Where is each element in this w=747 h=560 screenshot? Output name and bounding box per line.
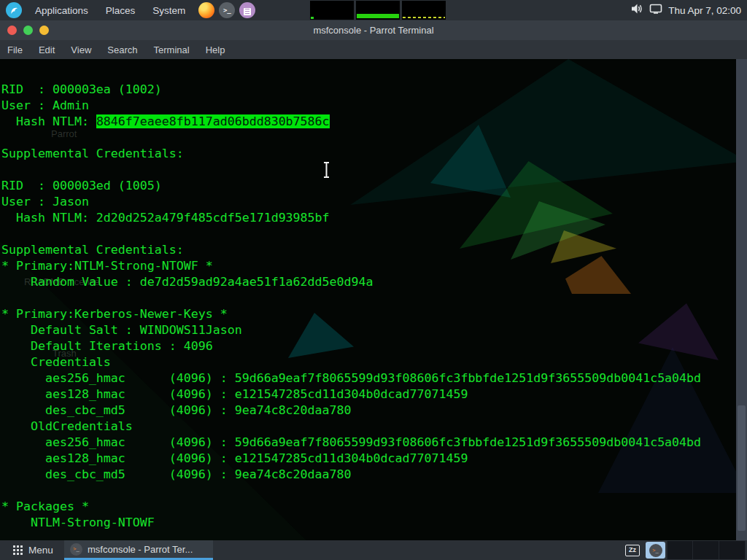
system-tray: Zz >_ <box>625 542 665 559</box>
terminal-line: * Primary:Kerberos-Newer-Keys * <box>1 306 701 322</box>
terminal-line: OldCredentials <box>1 419 701 435</box>
graph-trace <box>357 14 399 18</box>
window-menubar: File Edit View Search Terminal Help <box>0 40 747 59</box>
taskbar: Menu >_ msfconsole - Parrot Ter... Zz >_ <box>0 540 747 560</box>
top-panel: Applications Places System >_ Thu Apr 7,… <box>0 0 747 20</box>
terminal-line: aes128_hmac (4096) : e121547285cd11d304b… <box>1 386 701 402</box>
menu-system[interactable]: System <box>144 0 194 20</box>
terminal-line <box>1 226 701 242</box>
menu-places[interactable]: Places <box>97 0 144 20</box>
menu-file[interactable]: File <box>6 44 24 55</box>
terminal-line: Hash NTLM: 2d20d252a479f485cdf5e171d9398… <box>1 210 701 226</box>
terminal-line <box>1 483 701 499</box>
menu-help[interactable]: Help <box>204 44 227 55</box>
tray-sleep-icon[interactable]: Zz <box>625 545 640 556</box>
parrot-menu-icon[interactable] <box>6 2 22 18</box>
display-icon[interactable] <box>649 3 662 18</box>
terminal-output: RID : 000003ea (1002)User : Admin Hash N… <box>1 82 701 531</box>
terminal-line: aes256_hmac (4096) : 59d66a9eaf7f8065599… <box>1 435 701 451</box>
terminal-line: Default Salt : WINDOWS11Jason <box>1 322 701 338</box>
firefox-icon[interactable] <box>198 2 214 18</box>
menu-edit[interactable]: Edit <box>37 44 56 55</box>
terminal-line: NTLM-Strong-NTOWF <box>1 515 701 531</box>
taskbar-menu-label: Menu <box>28 545 53 556</box>
terminal-line: Default Iterations : 4096 <box>1 338 701 354</box>
terminal-line: Supplemental Credentials: <box>1 146 701 162</box>
workspace-cell[interactable] <box>667 541 693 559</box>
system-monitor-applets[interactable] <box>310 1 446 20</box>
terminal-line: Hash NTLM: 8846f7eaee8fb117ad06bdd830b75… <box>1 114 701 130</box>
terminal-line: User : Jason <box>1 194 701 210</box>
workspace-cell[interactable] <box>719 541 746 559</box>
menu-view[interactable]: View <box>69 44 93 55</box>
menu-grid-icon <box>13 545 23 555</box>
terminal-line: * Primary:NTLM-Strong-NTOWF * <box>1 258 701 274</box>
volume-icon[interactable] <box>631 3 643 18</box>
graph-trace <box>403 17 445 18</box>
terminal-line: des_cbc_md5 (4096) : 9ea74c8c20daa780 <box>1 467 701 483</box>
clock[interactable]: Thu Apr 7, 02:00 <box>668 5 741 16</box>
maximize-button[interactable] <box>23 26 33 35</box>
taskbar-task-button[interactable]: >_ msfconsole - Parrot Ter... <box>64 540 213 560</box>
terminal-line: aes128_hmac (4096) : e121547285cd11d304b… <box>1 451 701 467</box>
terminal-line: User : Admin <box>1 98 701 114</box>
graph-trace <box>311 17 314 19</box>
terminal-line <box>1 162 701 178</box>
terminal-icon: >_ <box>649 544 662 557</box>
menu-search[interactable]: Search <box>106 44 139 55</box>
system-monitor-graph-3[interactable] <box>402 1 446 20</box>
tray-terminal-icon[interactable]: >_ <box>646 542 665 559</box>
selected-text: 8846f7eaee8fb117ad06bdd830b7586c <box>96 114 330 128</box>
menu-terminal[interactable]: Terminal <box>152 44 191 55</box>
close-button[interactable] <box>7 26 17 35</box>
text-cursor <box>322 161 331 182</box>
menu-applications[interactable]: Applications <box>26 0 97 20</box>
scrollbar[interactable] <box>736 59 747 540</box>
workspace-cell[interactable] <box>693 541 719 559</box>
text-editor-icon[interactable] <box>239 2 255 18</box>
workspace-switcher <box>667 541 746 559</box>
system-monitor-graph-2[interactable] <box>356 1 400 20</box>
terminal-launcher-icon[interactable]: >_ <box>219 2 235 18</box>
terminal-line: * Packages * <box>1 499 701 515</box>
terminal-line: RID : 000003ea (1002) <box>1 82 701 98</box>
scrollbar-thumb[interactable] <box>738 405 746 531</box>
page-icon <box>244 6 251 15</box>
terminal-body[interactable]: Parrot README license Trash RID : 000003… <box>0 59 747 540</box>
terminal-line: aes256_hmac (4096) : 59d66a9eaf7f8065599… <box>1 370 701 386</box>
taskbar-menu-button[interactable]: Menu <box>9 540 58 560</box>
terminal-line: Random Value : de7d2d59ad92a4ae51f1a62dd… <box>1 274 701 290</box>
terminal-line: RID : 000003ed (1005) <box>1 178 701 194</box>
window-title: msfconsole - Parrot Terminal <box>0 20 747 40</box>
taskbar-task-label: msfconsole - Parrot Ter... <box>88 544 193 555</box>
window-titlebar: msfconsole - Parrot Terminal <box>0 20 747 40</box>
terminal-line: des_cbc_md5 (4096) : 9ea74c8c20daa780 <box>1 402 701 419</box>
terminal-line: Supplemental Credentials: <box>1 242 701 258</box>
terminal-line <box>1 290 701 306</box>
minimize-button[interactable] <box>39 26 49 35</box>
system-monitor-graph-1[interactable] <box>310 1 354 20</box>
desktop-screen: Applications Places System >_ Thu Apr 7,… <box>0 0 747 560</box>
terminal-line: Credentials <box>1 354 701 370</box>
terminal-line <box>1 130 701 146</box>
terminal-icon: >_ <box>70 543 82 556</box>
